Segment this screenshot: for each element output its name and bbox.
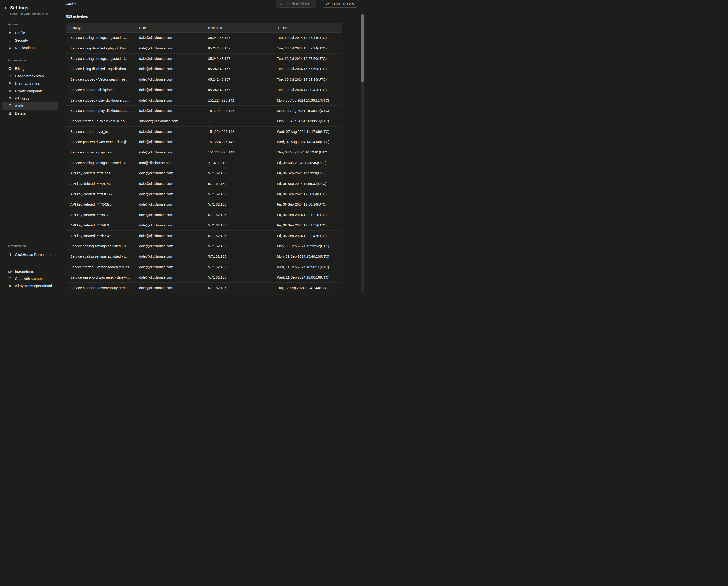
cell-user: dale@clickhouse.com <box>135 182 204 186</box>
cell-user: dale@clickhouse.com <box>135 244 204 248</box>
column-header-user[interactable]: User <box>135 26 204 29</box>
sidebar-item-label: Users and roles <box>15 81 40 86</box>
scrollbar-thumb[interactable] <box>361 14 364 82</box>
sidebar-item-audit[interactable]: Audit <box>2 102 58 109</box>
table-row: Service started - play.clickhouse.co...s… <box>67 116 342 126</box>
table-row: Service password was reset - dale@...dal… <box>67 272 342 283</box>
table-row: API key created: ****bXWTdale@clickhouse… <box>67 230 342 241</box>
org-switcher-label: Organization <box>0 244 60 248</box>
sidebar-header: Settings Return to your service view <box>0 0 60 16</box>
back-button[interactable] <box>3 6 8 10</box>
table-row: Service scaling settings adjusted - 1...… <box>67 251 342 262</box>
sidebar-item-label: API keys <box>15 96 29 100</box>
cell-user: dale@clickhouse.com <box>135 275 204 279</box>
cell-user: support@clickhouse.com <box>135 119 204 123</box>
cell-user: dale@clickhouse.com <box>135 265 204 269</box>
sidebar-item-users-and-roles[interactable]: Users and roles <box>2 80 58 87</box>
cell-user: dale@clickhouse.com <box>135 109 204 113</box>
table-row: API key created: ****OCB5dale@clickhouse… <box>67 189 342 199</box>
table-row: Service scaling settings adjusted - 3...… <box>67 53 342 64</box>
table-row: Service stopped - play.clickhouse.co...d… <box>67 106 342 116</box>
cell-ip-address: 5.71.62.186 <box>204 171 273 175</box>
sidebar-item-notifications[interactable]: Notifications <box>2 44 58 51</box>
sidebar-item-label: Notifications <box>15 46 34 50</box>
sidebar-item-label: Profile <box>15 31 25 35</box>
sidebar-item-profile[interactable]: Profile <box>2 29 58 36</box>
cell-activity: Service started - pypi_test <box>67 130 135 133</box>
cell-user: dale@clickhouse.com <box>135 234 204 238</box>
cell-time: Fri, 06 Sep 2024 12:01:55(UTC) <box>273 223 342 227</box>
export-csv-button[interactable]: Export To CSV <box>322 0 358 8</box>
user-icon <box>8 31 12 34</box>
chevron-left-icon <box>3 6 8 10</box>
sidebar-item-label: Private endpoints <box>15 89 43 93</box>
cell-activity: Service stopped - clickpipes <box>67 88 135 92</box>
cell-ip-address: 151.224.225.142 <box>204 98 273 102</box>
cell-activity: Service stopped - play.clickhouse.co... <box>67 109 135 113</box>
cell-time: Mon, 09 Sep 2024 15:39:52(UTC) <box>273 244 342 248</box>
cell-user: dale@clickhouse.com <box>135 286 204 290</box>
org-switcher[interactable]: ClickHouse Demos <box>2 251 58 258</box>
cell-ip-address: 5.71.62.186 <box>204 223 273 227</box>
cell-time: Fri, 06 Sep 2024 12:02:42(UTC) <box>273 234 342 238</box>
cell-time: Wed, 07 Aug 2024 14:24:06(UTC) <box>273 140 342 144</box>
table-row: Service password was reset - dale@...dal… <box>67 137 342 147</box>
search-box[interactable] <box>276 0 316 8</box>
page-title: Settings <box>10 5 48 10</box>
sidebar-item-details[interactable]: Details <box>2 109 58 117</box>
page-subtitle: Return to your service view <box>10 12 48 16</box>
cell-activity: Service password was reset - dale@... <box>67 275 135 279</box>
sidebar-item-billing[interactable]: Billing <box>2 65 58 72</box>
section-label: Account <box>0 23 60 26</box>
table-row: Service scaling settings adjusted - 3...… <box>67 33 342 43</box>
cell-user: dale@clickhouse.com <box>135 171 204 175</box>
cell-user: dale@clickhouse.com <box>135 46 204 50</box>
cell-activity: API key deleted: ****OCB5 <box>67 202 135 206</box>
column-header-ip-address[interactable]: IP address <box>204 26 273 29</box>
cell-activity: API key deleted: ****CbzJ <box>67 171 135 175</box>
sidebar-item-label: Details <box>15 111 26 115</box>
cell-activity: Service stopped - Vector search res... <box>67 78 135 81</box>
building-icon <box>8 112 12 115</box>
cell-ip-address: 151.224.225.142 <box>204 130 273 133</box>
cell-ip-address: 5.71.62.186 <box>204 254 273 259</box>
sidebar-item-chat-with-support[interactable]: Chat with support <box>2 275 58 282</box>
sidebar-sections: AccountProfileSecurityNotificationsOrgan… <box>0 16 60 117</box>
column-header-activity[interactable]: Activity <box>67 26 135 29</box>
credit-card-icon <box>8 67 12 70</box>
sidebar-item-usage-breakdown[interactable]: Usage breakdown <box>2 72 58 80</box>
table-row: API key created: ****hBI3dale@clickhouse… <box>67 210 342 220</box>
cell-activity: Service stopped - pypi_test <box>67 150 135 154</box>
cell-activity: API key deleted: ****hBI3 <box>67 223 135 227</box>
sidebar-item-label: Security <box>15 38 28 42</box>
cell-ip-address: 85.242.48.167 <box>204 57 273 60</box>
cell-activity: Service scaling settings adjusted - 1... <box>67 254 135 259</box>
cell-ip-address: 151.224.225.142 <box>204 150 273 154</box>
sidebar-item-label: Usage breakdown <box>15 74 44 78</box>
search-input[interactable] <box>284 2 313 6</box>
cell-activity: Service stopped - play.clickhouse.co... <box>67 98 135 102</box>
section-title: Audit <box>66 2 76 6</box>
cell-activity: API key deleted: ****2KNc <box>67 182 135 186</box>
system-status[interactable]: All systems operational <box>2 282 58 289</box>
org-switcher-block: Organization ClickHouse Demos <box>0 244 60 258</box>
status-dot-icon <box>9 285 11 287</box>
cell-ip-address: 5.71.62.186 <box>204 202 273 206</box>
cell-time: Fri, 06 Sep 2024 12:01:21(UTC) <box>273 213 342 217</box>
column-header-time[interactable]: Time <box>273 26 342 29</box>
cell-activity: Service scaling settings adjusted - 3... <box>67 244 135 248</box>
sidebar-item-integrations[interactable]: Integrations <box>2 268 58 275</box>
sidebar-item-security[interactable]: Security <box>2 36 58 44</box>
sort-arrow-down-icon <box>277 26 280 29</box>
table-row: Service stopped - Vector search res...da… <box>67 74 342 85</box>
sidebar-item-private-endpoints[interactable]: Private endpoints <box>2 87 58 95</box>
column-header-label: Activity <box>70 26 81 29</box>
scrollbar-track[interactable] <box>361 14 364 293</box>
cell-user: dale@clickhouse.com <box>135 67 204 71</box>
cell-time: Fri, 06 Sep 2024 11:59:32(UTC) <box>273 182 342 186</box>
chevron-right-icon <box>49 253 53 256</box>
cell-ip-address: 2.137.10.102 <box>204 161 273 165</box>
sidebar-item-api-keys[interactable]: API keys <box>2 95 58 102</box>
sidebar-item-label: Billing <box>15 67 24 71</box>
cell-ip-address: 5.71.62.186 <box>204 192 273 196</box>
